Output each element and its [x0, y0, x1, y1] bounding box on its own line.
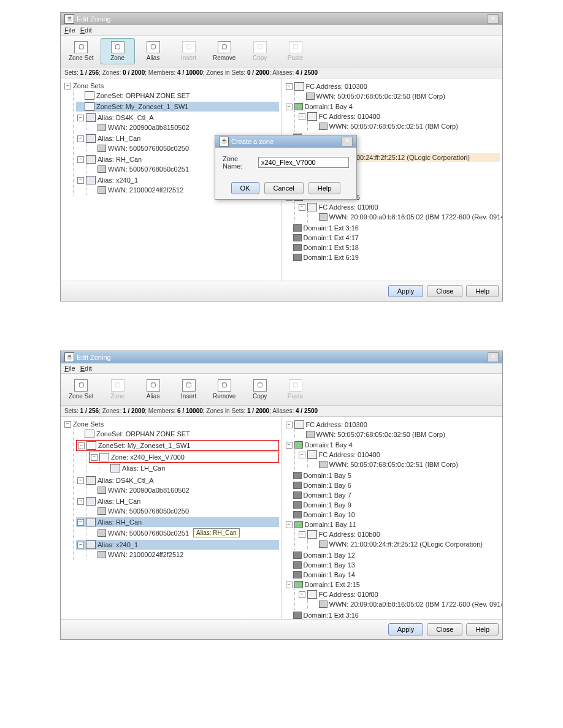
- tree-node[interactable]: Domain:1 Bay 10: [285, 510, 500, 520]
- tree-node[interactable]: −Alias: x240_1WWN: 21000024ff2f2512: [76, 539, 279, 560]
- tree-node[interactable]: Domain:1 Ext 3:16: [285, 610, 500, 619]
- zone-name-input[interactable]: [258, 157, 349, 168]
- tree-node[interactable]: WWN: 50:05:07:68:05:0c:02:51 (IBM Corp): [310, 460, 500, 469]
- tree-node[interactable]: Domain:1 Bay 6: [285, 480, 500, 490]
- tree-node[interactable]: WWN: 50:05:07:68:05:0c:02:50 (IBM Corp): [297, 430, 500, 439]
- close-icon[interactable]: ✕: [342, 137, 353, 146]
- right-pane[interactable]: −FC Address: 010300WWN: 50:05:07:68:05:0…: [282, 417, 503, 619]
- tree-node[interactable]: −Alias: RH_CanWWN: 50050768050c0251Alias…: [76, 517, 279, 539]
- toolbar-remove[interactable]: ▢Remove: [207, 376, 242, 403]
- tree-node[interactable]: −Alias: DS4K_Ctl_AWWN: 200900a0b8150502: [76, 112, 279, 133]
- tree-toggle: [299, 94, 304, 99]
- tree-node[interactable]: WWN: 20:09:00:a0:b8:16:05:02 (IBM 1722-6…: [310, 599, 500, 609]
- tree-node[interactable]: −Domain:1 Bay 11−FC Address: 010b00WWN: …: [285, 520, 500, 550]
- tree-node[interactable]: ZoneSet: My_Zoneset_1_SW1: [76, 101, 279, 112]
- tree-node[interactable]: Domain:1 Bay 12: [285, 550, 500, 560]
- tree-toggle[interactable]: −: [77, 115, 84, 121]
- menu-file[interactable]: File: [64, 365, 75, 372]
- tree-toggle[interactable]: −: [64, 421, 71, 428]
- tree-node[interactable]: −Zone: x240_Flex_V7000Alias: LH_Can: [89, 451, 279, 474]
- tree-node[interactable]: Domain:1 Bay 7: [285, 490, 500, 500]
- help-button[interactable]: Help: [466, 623, 499, 635]
- tree-toggle[interactable]: −: [286, 422, 293, 428]
- tree-node[interactable]: −FC Address: 010300WWN: 50:05:07:68:05:0…: [285, 81, 500, 102]
- tree-toggle[interactable]: −: [286, 582, 293, 588]
- tree-toggle[interactable]: −: [91, 454, 98, 461]
- tree-node[interactable]: Domain:1 Ext 6:19: [285, 252, 500, 262]
- apply-button[interactable]: Apply: [388, 285, 424, 297]
- tree-node[interactable]: −Domain:1 Bay 4−FC Address: 010400WWN: 5…: [285, 440, 500, 471]
- tree-node[interactable]: WWN: 50:05:07:68:05:0c:02:51 (IBM Corp): [310, 121, 500, 131]
- tree-toggle[interactable]: −: [286, 83, 293, 90]
- tree-node[interactable]: Domain:1 Bay 9: [285, 500, 500, 510]
- tree-toggle[interactable]: −: [77, 498, 84, 505]
- tree-toggle[interactable]: −: [299, 452, 305, 458]
- tree-node[interactable]: −FC Address: 010400WWN: 50:05:07:68:05:0…: [297, 111, 500, 132]
- tree-node[interactable]: Domain:1 Ext 5:18: [285, 243, 500, 252]
- tree-node[interactable]: Alias: LH_Can: [102, 463, 279, 474]
- tree-node[interactable]: WWN: 21:00:00:24:ff:2f:25:12 (QLogic Cor…: [310, 539, 500, 549]
- tree-toggle[interactable]: −: [299, 113, 305, 120]
- tree-node[interactable]: ZoneSet: ORPHAN ZONE SET: [76, 428, 279, 439]
- tree-node[interactable]: Domain:1 Bay 5: [285, 471, 500, 480]
- tree-node[interactable]: Domain:1 Bay 13: [285, 560, 500, 570]
- node-label: Domain:1 Bay 14: [304, 571, 355, 578]
- tree-node[interactable]: Domain:1 Bay 14: [285, 570, 500, 580]
- tree-toggle[interactable]: −: [78, 442, 85, 449]
- tree-toggle[interactable]: −: [299, 531, 305, 538]
- tree-toggle[interactable]: −: [299, 591, 305, 598]
- help-button[interactable]: Help: [466, 285, 499, 297]
- tree-toggle[interactable]: −: [77, 156, 84, 163]
- toolbar-alias[interactable]: ▢Alias: [136, 38, 170, 64]
- tree-toggle[interactable]: −: [64, 83, 71, 89]
- tree-toggle[interactable]: −: [286, 104, 293, 110]
- close-icon[interactable]: ✕: [488, 352, 499, 362]
- apply-button[interactable]: Apply: [388, 623, 424, 635]
- tree-node[interactable]: WWN: 200900a0b8150502: [89, 123, 279, 132]
- tree-node[interactable]: −FC Address: 010b00WWN: 21:00:00:24:ff:2…: [297, 529, 500, 550]
- dialog-help-button[interactable]: Help: [308, 182, 341, 194]
- ok-button[interactable]: OK: [231, 182, 259, 194]
- tree-node[interactable]: ZoneSet: ORPHAN ZONE SET: [76, 90, 279, 101]
- tree-node[interactable]: −FC Address: 010300WWN: 50:05:07:68:05:0…: [285, 419, 500, 440]
- close-button[interactable]: Close: [427, 623, 462, 635]
- tree-node[interactable]: −FC Address: 010f00WWN: 20:09:00:a0:b8:1…: [297, 202, 500, 222]
- tree-node[interactable]: WWN: 20:09:00:a0:b8:16:05:02 (IBM 1722-6…: [310, 212, 500, 222]
- tree-node[interactable]: WWN: 50050768050c0251Alias: RH_Can: [89, 527, 279, 539]
- tree-toggle[interactable]: −: [286, 442, 293, 449]
- menu-file[interactable]: File: [64, 26, 75, 34]
- tree-toggle[interactable]: −: [77, 542, 84, 548]
- tree-node[interactable]: WWN: 50050768050c0250: [89, 506, 279, 516]
- tree-toggle[interactable]: −: [77, 135, 84, 142]
- tree-node[interactable]: WWN: 50:05:07:68:05:0c:02:50 (IBM Corp): [297, 91, 500, 101]
- menu-edit[interactable]: Edit: [80, 365, 92, 372]
- tree-toggle[interactable]: −: [77, 519, 84, 526]
- tree-toggle[interactable]: −: [299, 204, 305, 211]
- toolbar-alias[interactable]: ▢Alias: [136, 376, 170, 403]
- toolbar-insert[interactable]: ▢Insert: [172, 376, 206, 403]
- toolbar-zoneset[interactable]: ▢Zone Set: [63, 376, 99, 403]
- tree-node[interactable]: −Alias: DS4K_Ctl_AWWN: 200900a0b8160502: [76, 475, 279, 496]
- toolbar-remove[interactable]: ▢Remove: [207, 38, 242, 64]
- tree-node[interactable]: −Domain:1 Ext 2:15−FC Address: 010f00WWN…: [285, 580, 500, 610]
- menu-edit[interactable]: Edit: [80, 26, 92, 34]
- tree-node[interactable]: −FC Address: 010f00WWN: 20:09:00:a0:b8:1…: [297, 589, 500, 610]
- close-button[interactable]: Close: [427, 285, 462, 297]
- tree-node[interactable]: WWN: 21000024ff2f2512: [89, 550, 279, 559]
- tree-toggle[interactable]: −: [77, 177, 84, 184]
- tree-node[interactable]: WWN: 200900a0b8160502: [89, 485, 279, 495]
- toolbar-copy[interactable]: ▢Copy: [243, 376, 277, 403]
- tree-node[interactable]: −ZoneSet: My_Zoneset_1_SW1−Zone: x240_Fl…: [76, 439, 279, 475]
- tree-node[interactable]: −FC Address: 010400WWN: 50:05:07:68:05:0…: [297, 449, 500, 470]
- left-pane[interactable]: −Zone SetsZoneSet: ORPHAN ZONE SET−ZoneS…: [61, 417, 282, 619]
- tree-node[interactable]: Domain:1 Ext 3:16: [285, 223, 500, 233]
- close-icon[interactable]: ✕: [488, 14, 499, 24]
- cancel-button[interactable]: Cancel: [264, 182, 304, 194]
- toolbar-zoneset[interactable]: ▢Zone Set: [63, 38, 99, 64]
- tree-toggle[interactable]: −: [286, 521, 293, 528]
- tree-toggle[interactable]: −: [77, 477, 84, 484]
- tree-node[interactable]: Domain:1 Ext 4:17: [285, 233, 500, 243]
- toolbar-zone[interactable]: ▢Zone: [101, 38, 135, 64]
- tree-node[interactable]: −Alias: LH_CanWWN: 50050768050c0250: [76, 496, 279, 517]
- tree-node[interactable]: −Domain:1 Bay 4−FC Address: 010400WWN: 5…: [285, 102, 500, 132]
